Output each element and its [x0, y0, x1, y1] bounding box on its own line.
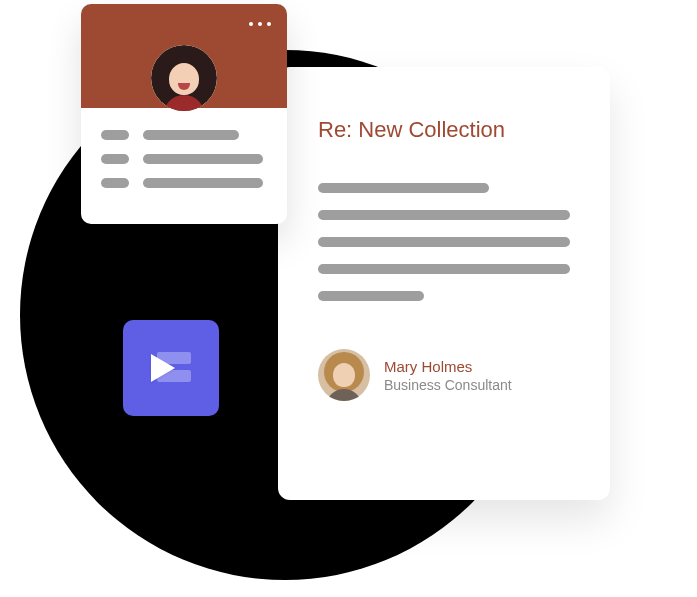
- profile-info-label-placeholder: [101, 130, 129, 140]
- profile-info-label-placeholder: [101, 154, 129, 164]
- sender-avatar: [318, 349, 370, 401]
- email-body-line: [318, 291, 424, 301]
- email-preview-card: Re: New Collection Mary Holmes Business …: [278, 67, 610, 500]
- sender-title: Business Consultant: [384, 377, 512, 393]
- email-body-line: [318, 210, 570, 220]
- email-body-line: [318, 264, 570, 274]
- more-horizontal-icon[interactable]: [249, 22, 271, 26]
- profile-avatar: [151, 45, 217, 111]
- profile-info-value-placeholder: [143, 178, 263, 188]
- email-body-line: [318, 237, 570, 247]
- email-sender-block: Mary Holmes Business Consultant: [318, 349, 570, 401]
- profile-card: [81, 4, 287, 224]
- profile-info-value-placeholder: [143, 154, 263, 164]
- profile-info-label-placeholder: [101, 178, 129, 188]
- profile-info-row: [101, 178, 267, 188]
- profile-card-header: [81, 4, 287, 108]
- profile-info-row: [101, 130, 267, 140]
- email-subject: Re: New Collection: [318, 117, 570, 143]
- email-body-line: [318, 183, 489, 193]
- profile-info-value-placeholder: [143, 130, 239, 140]
- video-play-tile[interactable]: [123, 320, 219, 416]
- profile-info-row: [101, 154, 267, 164]
- profile-card-body: [81, 108, 287, 220]
- play-icon: [147, 348, 195, 388]
- sender-name: Mary Holmes: [384, 357, 512, 377]
